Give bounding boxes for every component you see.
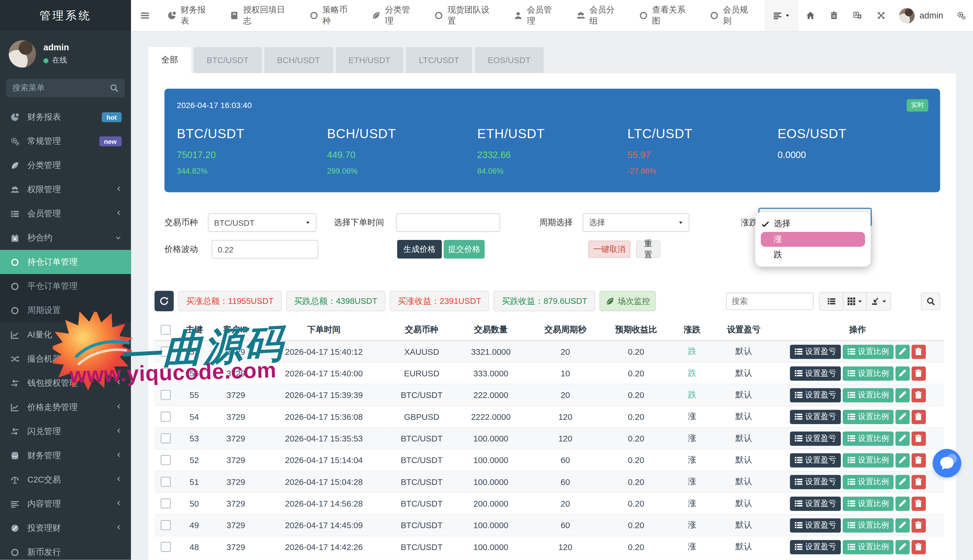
tab-全部[interactable]: 全部 [148,47,191,73]
edit-button[interactable] [895,453,909,467]
delete-button[interactable] [911,431,926,445]
trash-icon[interactable] [822,0,846,31]
admin-menu[interactable]: admin [893,8,950,23]
tab-ETH/USDT[interactable]: ETH/USDT [335,47,403,73]
delete-button[interactable] [911,410,926,424]
select-all-checkbox[interactable] [160,325,171,335]
set-profit-button[interactable]: 设置盈亏 [789,366,841,380]
sidebar-item-内容管理[interactable]: 内容管理 [0,492,131,516]
gears-icon[interactable] [950,0,973,31]
nav-item-财务报表[interactable]: 财务报表 [160,0,222,31]
edit-button[interactable] [895,496,909,510]
row-checkbox[interactable] [160,520,171,530]
refresh-button[interactable] [154,291,174,311]
updown-option-select[interactable]: 选择 [761,216,865,231]
row-checkbox[interactable] [160,390,171,400]
row-checkbox[interactable] [160,498,171,508]
set-profit-button[interactable]: 设置盈亏 [789,388,841,402]
set-ratio-button[interactable]: 设置比例 [843,453,893,467]
sidebar-item-C2C交易[interactable]: C2C交易 [0,468,131,492]
sidebar-item-平仓订单管理[interactable]: 平仓订单管理 [0,274,131,298]
sidebar-item-分类管理[interactable]: 分类管理 [0,153,131,177]
nav-item-查看关系图[interactable]: 查看关系图 [631,0,702,31]
set-ratio-button[interactable]: 设置比例 [843,540,893,554]
sidebar-item-秒合约[interactable]: 秒合约 [0,226,131,250]
columns-button[interactable] [843,292,867,310]
table-search-button[interactable] [921,292,940,310]
submit-price-button[interactable]: 提交价格 [444,240,485,258]
set-profit-button[interactable]: 设置盈亏 [789,540,841,554]
nav-item-授权回填日志[interactable]: 授权回填日志 [222,0,301,31]
set-ratio-button[interactable]: 设置比例 [843,475,893,489]
nav-item-策略币种[interactable]: 策略币种 [301,0,364,31]
set-ratio-button[interactable]: 设置比例 [843,366,893,380]
row-checkbox[interactable] [160,542,171,552]
nav-item-现货团队设置[interactable]: 现货团队设置 [426,0,506,31]
delete-button[interactable] [911,540,926,554]
sidebar-item-AI量化[interactable]: AI量化 [0,322,131,347]
period-select[interactable]: 选择 [583,213,689,232]
row-checkbox[interactable] [160,412,171,422]
row-checkbox[interactable] [160,433,171,443]
sidebar-item-周期设置[interactable]: 周期设置 [0,298,131,322]
sidebar-item-持仓订单管理[interactable]: 持仓订单管理 [0,250,131,274]
set-profit-button[interactable]: 设置盈亏 [789,518,841,532]
language-icon[interactable] [846,0,869,31]
tab-BCH/USDT[interactable]: BCH/USDT [264,47,333,73]
delete-button[interactable] [911,518,926,532]
nav-item-会员管理[interactable]: 会员管理 [506,0,568,31]
tab-BTC/USDT[interactable]: BTC/USDT [194,47,262,73]
delete-button[interactable] [911,453,926,467]
row-checkbox[interactable] [160,368,171,378]
export-button[interactable] [867,292,891,310]
sidebar-item-价格走势管理[interactable]: 价格走势管理 [0,395,131,419]
edit-button[interactable] [895,518,909,532]
nav-list-dropdown-button[interactable] [764,0,799,31]
set-profit-button[interactable]: 设置盈亏 [789,453,841,467]
delete-button[interactable] [911,475,926,489]
delete-button[interactable] [911,496,926,510]
delete-button[interactable] [911,345,926,359]
home-icon[interactable] [799,0,822,31]
cancel-all-button[interactable]: 一键取消 [588,240,630,258]
set-ratio-button[interactable]: 设置比例 [843,518,893,532]
set-profit-button[interactable]: 设置盈亏 [789,410,841,424]
sidebar-item-钱包授权管理[interactable]: 钱包授权管理 [0,371,131,395]
set-profit-button[interactable]: 设置盈亏 [789,345,841,359]
chat-fab-button[interactable] [933,449,961,477]
sidebar-item-财务报表[interactable]: 财务报表hot [0,105,131,129]
edit-button[interactable] [895,540,909,554]
edit-button[interactable] [895,410,909,424]
sidebar-item-常规管理[interactable]: 常规管理new [0,129,131,153]
sidebar-item-闪兑管理[interactable]: 闪兑管理 [0,419,131,443]
fullscreen-icon[interactable] [869,0,893,31]
nav-item-会员分组[interactable]: 会员分组 [568,0,631,31]
table-view-button[interactable] [820,292,843,310]
set-ratio-button[interactable]: 设置比例 [843,496,893,510]
nav-item-会员规则[interactable]: 会员规则 [702,0,764,31]
sidebar-item-撮合机器人[interactable]: 撮合机器人 [0,347,131,371]
generate-price-button[interactable]: 生成价格 [397,240,442,258]
coin-select[interactable]: BTC/USDT [208,213,317,232]
edit-button[interactable] [895,366,909,380]
set-ratio-button[interactable]: 设置比例 [843,345,893,359]
sidebar-item-财务管理[interactable]: 财务管理 [0,443,131,468]
edit-button[interactable] [895,345,909,359]
edit-button[interactable] [895,388,909,402]
tab-LTC/USDT[interactable]: LTC/USDT [406,47,472,73]
sidebar-item-投资理财[interactable]: 投资理财 [0,516,131,540]
set-ratio-button[interactable]: 设置比例 [843,410,893,424]
set-ratio-button[interactable]: 设置比例 [843,388,893,402]
row-checkbox[interactable] [160,347,171,357]
sidebar-item-新币发行[interactable]: 新币发行 [0,540,131,560]
edit-button[interactable] [895,475,909,489]
updown-option-down[interactable]: 跌 [761,247,865,262]
reset-button[interactable]: 重置 [636,240,660,258]
delete-button[interactable] [911,366,926,380]
sidebar-item-会员管理[interactable]: 会员管理 [0,202,131,226]
table-search-input[interactable] [726,292,814,310]
set-profit-button[interactable]: 设置盈亏 [789,475,841,489]
volatility-input[interactable] [212,240,318,258]
delete-button[interactable] [911,388,926,402]
tab-EOS/USDT[interactable]: EOS/USDT [475,47,544,73]
